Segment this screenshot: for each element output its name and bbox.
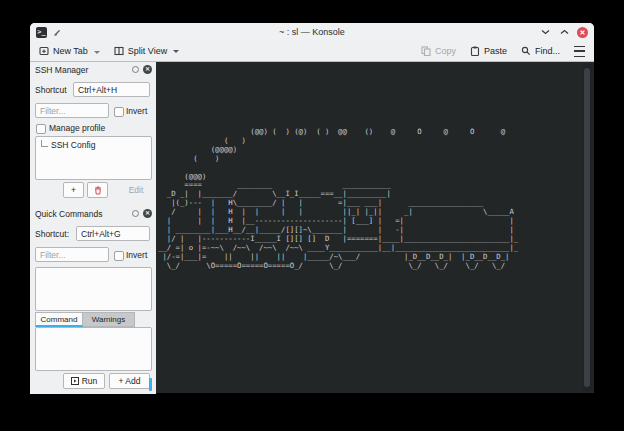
qc-filter-input[interactable] xyxy=(35,247,109,262)
qc-add-button[interactable]: + Add xyxy=(109,373,150,389)
copy-button[interactable]: Copy xyxy=(421,46,456,56)
qc-run-button[interactable]: Run xyxy=(63,373,105,389)
new-tab-icon xyxy=(39,46,49,56)
konsole-window: ~ : sl — Konsole >_ ✕ New Tab xyxy=(30,23,594,393)
toolbar: New Tab Split View Copy Paste xyxy=(30,41,594,62)
paste-button[interactable]: Paste xyxy=(470,46,507,56)
ssh-edit-button[interactable]: Edit xyxy=(122,182,150,198)
ssh-manager-float-button[interactable] xyxy=(132,66,139,73)
ssh-filter-input[interactable] xyxy=(35,103,109,118)
qc-shortcut-label: Shortcut: xyxy=(35,229,69,239)
paste-icon xyxy=(470,46,480,56)
tab-warnings[interactable]: Warnings xyxy=(83,312,135,327)
new-tab-dropdown-icon[interactable] xyxy=(94,51,100,54)
ssh-manager-title: SSH Manager xyxy=(35,65,88,75)
search-icon xyxy=(521,46,531,56)
trash-icon xyxy=(94,186,102,195)
new-tab-button[interactable]: New Tab xyxy=(39,46,100,56)
split-view-label: Split View xyxy=(128,46,167,56)
ssh-config-label: SSH Config xyxy=(51,140,95,150)
plus-icon: + xyxy=(71,185,76,195)
ssh-invert-label: Invert xyxy=(126,106,147,116)
manage-profile-label: Manage profile xyxy=(49,123,105,133)
ssh-invert-checkbox[interactable] xyxy=(114,107,124,117)
split-view-icon xyxy=(114,46,124,56)
run-icon xyxy=(71,377,79,385)
hamburger-icon xyxy=(574,46,585,57)
ssh-shortcut-label: Shortcut xyxy=(35,85,67,95)
tree-branch-icon xyxy=(41,140,48,147)
qc-command-editor[interactable] xyxy=(35,327,152,371)
quick-commands-float-button[interactable] xyxy=(132,210,139,217)
split-view-dropdown-icon[interactable] xyxy=(173,50,179,53)
copy-label: Copy xyxy=(435,46,456,56)
quick-commands-close-icon[interactable]: ✕ xyxy=(143,209,152,218)
ssh-manager-header[interactable]: SSH Manager ✕ xyxy=(35,62,152,77)
menu-button[interactable] xyxy=(574,46,585,57)
qc-invert-label: Invert xyxy=(126,250,147,260)
window-title: ~ : sl — Konsole xyxy=(30,27,594,37)
main-area: SSH Manager ✕ Shortcut Invert Manage pro… xyxy=(30,62,594,393)
qc-command-list[interactable] xyxy=(35,267,152,311)
new-tab-label: New Tab xyxy=(53,46,88,56)
qc-invert-checkbox[interactable] xyxy=(114,251,124,261)
ssh-config-list[interactable]: SSH Config xyxy=(35,136,152,180)
side-panel: SSH Manager ✕ Shortcut Invert Manage pro… xyxy=(30,62,156,394)
find-label: Find... xyxy=(535,46,560,56)
manage-profile-checkbox[interactable] xyxy=(36,124,46,134)
tab-command[interactable]: Command xyxy=(35,312,83,327)
paste-label: Paste xyxy=(484,46,507,56)
splitter-focus-indicator[interactable] xyxy=(149,378,152,391)
copy-icon xyxy=(421,46,431,56)
ssh-shortcut-field[interactable] xyxy=(73,82,150,97)
ssh-delete-button[interactable] xyxy=(87,182,108,198)
titlebar[interactable]: ~ : sl — Konsole >_ ✕ xyxy=(30,23,594,41)
desktop: { "window": { "title": "~ : sl — Konsole… xyxy=(0,0,624,431)
qc-shortcut-field[interactable] xyxy=(76,226,150,241)
ssh-add-button[interactable]: + xyxy=(63,182,84,198)
terminal-scrollbar[interactable] xyxy=(583,64,593,391)
quick-commands-title: Quick Commands xyxy=(35,209,103,219)
split-view-button[interactable]: Split View xyxy=(114,46,179,56)
ssh-config-tree-item[interactable]: SSH Config xyxy=(36,137,151,150)
terminal-scrollbar-thumb[interactable] xyxy=(584,68,590,387)
quick-commands-header[interactable]: Quick Commands ✕ xyxy=(35,206,152,221)
find-button[interactable]: Find... xyxy=(521,46,560,56)
terminal-view[interactable]: (@@) ( ) (@) ( ) @@ () @ O @ O @ ( ) (@@… xyxy=(156,62,594,393)
sl-train-ascii-art: (@@) ( ) (@) ( ) @@ () @ O @ O @ ( ) (@@… xyxy=(158,128,518,271)
ssh-manager-close-icon[interactable]: ✕ xyxy=(143,65,152,74)
